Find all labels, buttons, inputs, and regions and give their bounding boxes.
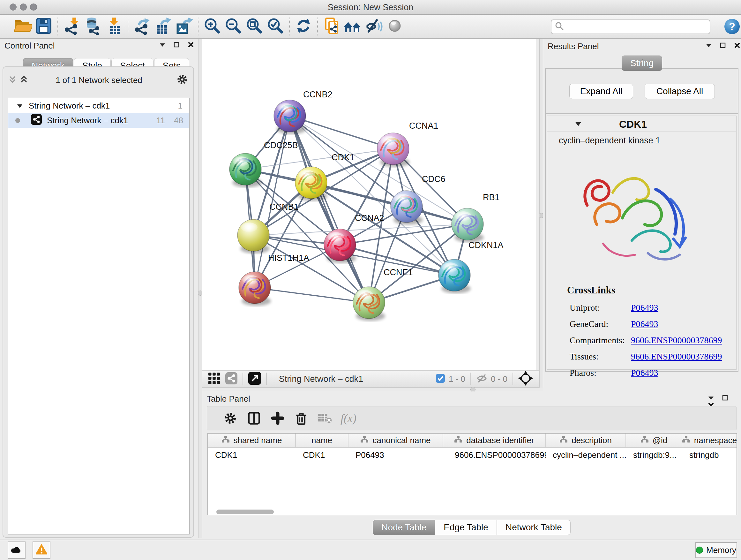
float-panel-icon[interactable] — [719, 42, 726, 50]
hide-selected-button[interactable] — [363, 16, 384, 37]
cell-shared-name[interactable]: CDK1 — [208, 448, 296, 462]
network-options-gear-icon[interactable] — [176, 73, 188, 87]
network-edge[interactable] — [255, 288, 369, 303]
tab-node-table[interactable]: Node Table — [373, 520, 435, 535]
search-input[interactable] — [564, 22, 701, 32]
first-neighbors-button[interactable] — [342, 16, 363, 37]
network-node[interactable] — [295, 167, 327, 201]
column-header[interactable]: canonical name — [348, 434, 443, 447]
protein-structure-image — [575, 151, 709, 280]
network-node[interactable] — [353, 287, 385, 321]
export-table-icon — [154, 17, 172, 36]
network-share-view-icon[interactable] — [225, 372, 238, 386]
zoom-selected-button[interactable] — [265, 16, 286, 37]
network-canvas[interactable]: CCNB2CCNA1CDC25BCDK1CDC6RB1CCNB1CCNA2CDK… — [202, 39, 536, 370]
network-node[interactable] — [377, 133, 409, 167]
warning-button[interactable] — [32, 542, 51, 559]
import-database-button[interactable] — [82, 16, 104, 37]
birdseye-icon[interactable] — [518, 371, 533, 387]
cell-canonical-name[interactable]: P06493 — [348, 448, 443, 462]
network-tree-child-row[interactable]: String Network – cdk1 11 48 — [8, 113, 189, 128]
clone-network-button[interactable] — [321, 16, 342, 37]
float-panel-icon[interactable] — [173, 42, 180, 49]
selected-checkbox-icon[interactable] — [435, 373, 446, 385]
table-settings-gear-icon[interactable] — [219, 409, 242, 427]
export-table-button[interactable] — [152, 16, 174, 37]
network-tree: String Network – cdk1 1 String Network –… — [8, 98, 190, 535]
open-session-button[interactable] — [12, 16, 33, 37]
collapse-panel-icon[interactable] — [708, 395, 715, 402]
column-header[interactable]: database identifier — [443, 434, 546, 447]
network-tree-root-row[interactable]: String Network – cdk1 1 — [8, 98, 189, 113]
show-columns-icon[interactable] — [242, 409, 266, 427]
network-node[interactable] — [439, 259, 471, 294]
tab-string[interactable]: String — [622, 56, 662, 71]
import-network-button[interactable] — [61, 16, 82, 37]
memory-button[interactable]: Memory — [695, 542, 737, 558]
crosslink-label: Uniprot: — [569, 303, 631, 313]
section-collapse-icon[interactable] — [575, 121, 582, 128]
horizontal-scrollbar[interactable] — [216, 509, 274, 514]
close-panel-icon[interactable] — [187, 42, 194, 49]
hidden-eye-icon[interactable] — [476, 374, 488, 384]
crosslink-value[interactable]: P06493 — [631, 319, 658, 329]
network-edge[interactable] — [246, 149, 393, 169]
column-tree-icon — [454, 435, 462, 445]
collapse-panel-icon[interactable] — [705, 42, 712, 50]
network-edge[interactable] — [290, 116, 393, 149]
function-builder-icon[interactable]: f(x) — [337, 409, 360, 427]
tab-edge-table[interactable]: Edge Table — [435, 520, 497, 535]
table-row[interactable]: CDK1 CDK1 P06493 9606.ENSP00000378699 cy… — [208, 448, 737, 462]
network-node[interactable] — [239, 272, 271, 306]
network-node-label: CDKN1A — [468, 240, 503, 250]
network-status-dot — [15, 118, 20, 123]
delete-column-trash-icon[interactable] — [289, 409, 313, 427]
crosslink-value[interactable]: P06493 — [631, 368, 658, 378]
tab-network-table[interactable]: Network Table — [497, 520, 570, 535]
network-node[interactable] — [229, 153, 262, 187]
column-header[interactable]: description — [546, 434, 626, 447]
show-all-button[interactable] — [384, 16, 405, 37]
refresh-button[interactable] — [293, 16, 314, 37]
crosslink-value[interactable]: 9606.ENSP00000378699 — [631, 335, 722, 346]
delete-table-icon[interactable] — [313, 409, 337, 427]
right-splitter[interactable] — [539, 39, 543, 391]
column-header[interactable]: shared name — [208, 434, 296, 447]
network-node[interactable] — [391, 191, 423, 225]
network-node[interactable] — [324, 229, 356, 263]
column-header[interactable]: @id — [626, 434, 682, 447]
crosslink-value[interactable]: P06493 — [631, 303, 658, 313]
left-splitter[interactable] — [199, 39, 202, 538]
cloud-button[interactable] — [8, 542, 25, 559]
expand-all-button[interactable]: Expand All — [569, 84, 633, 99]
zoom-out-button[interactable] — [223, 16, 244, 37]
search-box[interactable] — [551, 19, 711, 34]
cell-database-identifier[interactable]: 9606.ENSP00000378699 — [443, 448, 546, 462]
zoom-fit-button[interactable] — [244, 16, 265, 37]
close-panel-icon[interactable] — [734, 42, 741, 50]
collapse-all-button[interactable]: Collapse All — [645, 84, 715, 99]
network-node[interactable] — [274, 100, 306, 134]
column-header[interactable]: name — [296, 434, 348, 447]
help-button[interactable]: ? — [724, 18, 740, 36]
import-table-button[interactable] — [104, 16, 125, 37]
network-node[interactable] — [452, 208, 484, 242]
crosslink-value[interactable]: 9606.ENSP00000378699 — [631, 352, 722, 362]
add-column-icon[interactable] — [266, 409, 289, 427]
cell-id[interactable]: stringdb:9... — [626, 448, 682, 462]
tree-expand-icon[interactable] — [17, 101, 23, 111]
cell-description[interactable]: cyclin–dependent ... — [546, 448, 626, 462]
cell-name[interactable]: CDK1 — [296, 448, 348, 462]
grid-view-icon[interactable] — [208, 372, 220, 386]
cell-namespace[interactable]: stringdb — [682, 448, 737, 462]
float-panel-icon[interactable] — [722, 395, 729, 402]
network-node[interactable] — [238, 219, 270, 253]
export-network-button[interactable] — [131, 16, 152, 37]
zoom-in-button[interactable] — [202, 16, 223, 37]
save-session-button[interactable] — [33, 16, 54, 37]
network-edge[interactable] — [290, 116, 369, 303]
export-image-button[interactable] — [174, 16, 195, 37]
external-view-icon[interactable] — [248, 372, 261, 386]
column-header[interactable]: namespace — [682, 434, 737, 447]
collapse-panel-icon[interactable] — [159, 42, 166, 49]
